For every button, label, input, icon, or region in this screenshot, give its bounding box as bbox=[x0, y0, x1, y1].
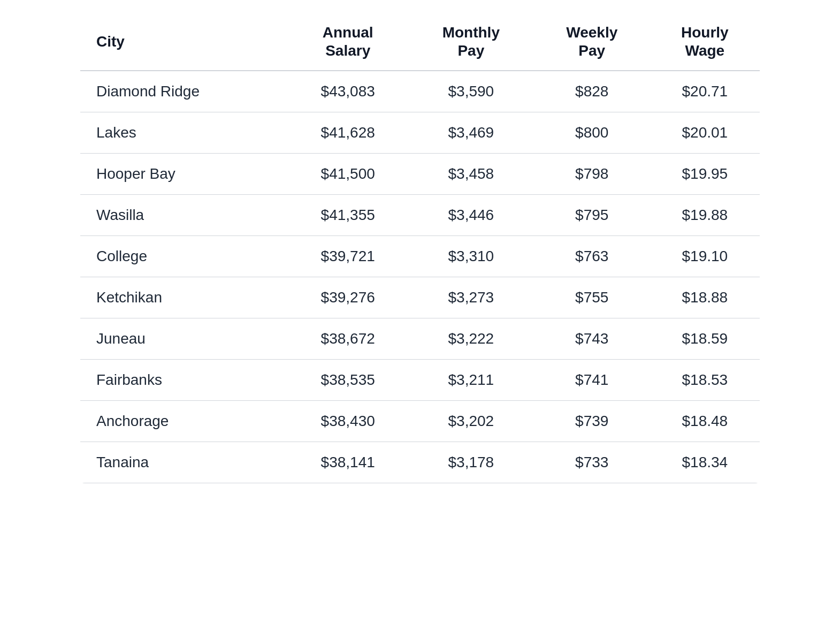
cell-city: Tanaina bbox=[80, 442, 288, 483]
cell-city: Hooper Bay bbox=[80, 154, 288, 195]
cell-city: Wasilla bbox=[80, 195, 288, 236]
cell-weekly_pay: $733 bbox=[534, 442, 650, 483]
cell-hourly_wage: $18.53 bbox=[650, 360, 760, 401]
cell-hourly_wage: $19.88 bbox=[650, 195, 760, 236]
header-monthly-pay: Monthly Pay bbox=[408, 11, 534, 71]
header-annual-salary: Annual Salary bbox=[288, 11, 408, 71]
cell-city: Lakes bbox=[80, 112, 288, 154]
table-row: Juneau$38,672$3,222$743$18.59 bbox=[80, 318, 760, 360]
cell-weekly_pay: $743 bbox=[534, 318, 650, 360]
table-row: Wasilla$41,355$3,446$795$19.88 bbox=[80, 195, 760, 236]
cell-annual_salary: $41,500 bbox=[288, 154, 408, 195]
header-city: City bbox=[80, 11, 288, 71]
cell-hourly_wage: $19.10 bbox=[650, 236, 760, 277]
salary-table: City Annual Salary Monthly Pay Weekly Pa… bbox=[80, 11, 760, 483]
cell-city: Fairbanks bbox=[80, 360, 288, 401]
table-row: Tanaina$38,141$3,178$733$18.34 bbox=[80, 442, 760, 483]
cell-hourly_wage: $20.01 bbox=[650, 112, 760, 154]
header-weekly-pay: Weekly Pay bbox=[534, 11, 650, 71]
cell-city: College bbox=[80, 236, 288, 277]
table-row: College$39,721$3,310$763$19.10 bbox=[80, 236, 760, 277]
cell-monthly_pay: $3,211 bbox=[408, 360, 534, 401]
cell-annual_salary: $38,672 bbox=[288, 318, 408, 360]
cell-annual_salary: $39,721 bbox=[288, 236, 408, 277]
cell-city: Juneau bbox=[80, 318, 288, 360]
cell-monthly_pay: $3,590 bbox=[408, 71, 534, 112]
cell-weekly_pay: $763 bbox=[534, 236, 650, 277]
cell-weekly_pay: $755 bbox=[534, 277, 650, 318]
table-row: Lakes$41,628$3,469$800$20.01 bbox=[80, 112, 760, 154]
cell-annual_salary: $39,276 bbox=[288, 277, 408, 318]
cell-monthly_pay: $3,202 bbox=[408, 401, 534, 442]
cell-weekly_pay: $739 bbox=[534, 401, 650, 442]
table-row: Hooper Bay$41,500$3,458$798$19.95 bbox=[80, 154, 760, 195]
cell-hourly_wage: $20.71 bbox=[650, 71, 760, 112]
cell-city: Ketchikan bbox=[80, 277, 288, 318]
cell-hourly_wage: $18.88 bbox=[650, 277, 760, 318]
cell-monthly_pay: $3,222 bbox=[408, 318, 534, 360]
cell-hourly_wage: $18.48 bbox=[650, 401, 760, 442]
cell-annual_salary: $38,430 bbox=[288, 401, 408, 442]
cell-hourly_wage: $19.95 bbox=[650, 154, 760, 195]
cell-annual_salary: $38,141 bbox=[288, 442, 408, 483]
cell-hourly_wage: $18.34 bbox=[650, 442, 760, 483]
cell-monthly_pay: $3,446 bbox=[408, 195, 534, 236]
cell-weekly_pay: $828 bbox=[534, 71, 650, 112]
cell-weekly_pay: $798 bbox=[534, 154, 650, 195]
cell-annual_salary: $41,628 bbox=[288, 112, 408, 154]
header-hourly-wage: Hourly Wage bbox=[650, 11, 760, 71]
cell-hourly_wage: $18.59 bbox=[650, 318, 760, 360]
table-row: Ketchikan$39,276$3,273$755$18.88 bbox=[80, 277, 760, 318]
cell-annual_salary: $43,083 bbox=[288, 71, 408, 112]
cell-weekly_pay: $795 bbox=[534, 195, 650, 236]
table-row: Fairbanks$38,535$3,211$741$18.53 bbox=[80, 360, 760, 401]
cell-monthly_pay: $3,469 bbox=[408, 112, 534, 154]
cell-monthly_pay: $3,310 bbox=[408, 236, 534, 277]
cell-monthly_pay: $3,273 bbox=[408, 277, 534, 318]
cell-monthly_pay: $3,178 bbox=[408, 442, 534, 483]
cell-weekly_pay: $800 bbox=[534, 112, 650, 154]
table-row: Anchorage$38,430$3,202$739$18.48 bbox=[80, 401, 760, 442]
cell-city: Anchorage bbox=[80, 401, 288, 442]
table-row: Diamond Ridge$43,083$3,590$828$20.71 bbox=[80, 71, 760, 112]
salary-table-container: City Annual Salary Monthly Pay Weekly Pa… bbox=[80, 11, 760, 483]
table-header-row: City Annual Salary Monthly Pay Weekly Pa… bbox=[80, 11, 760, 71]
cell-annual_salary: $38,535 bbox=[288, 360, 408, 401]
cell-monthly_pay: $3,458 bbox=[408, 154, 534, 195]
cell-city: Diamond Ridge bbox=[80, 71, 288, 112]
cell-annual_salary: $41,355 bbox=[288, 195, 408, 236]
cell-weekly_pay: $741 bbox=[534, 360, 650, 401]
